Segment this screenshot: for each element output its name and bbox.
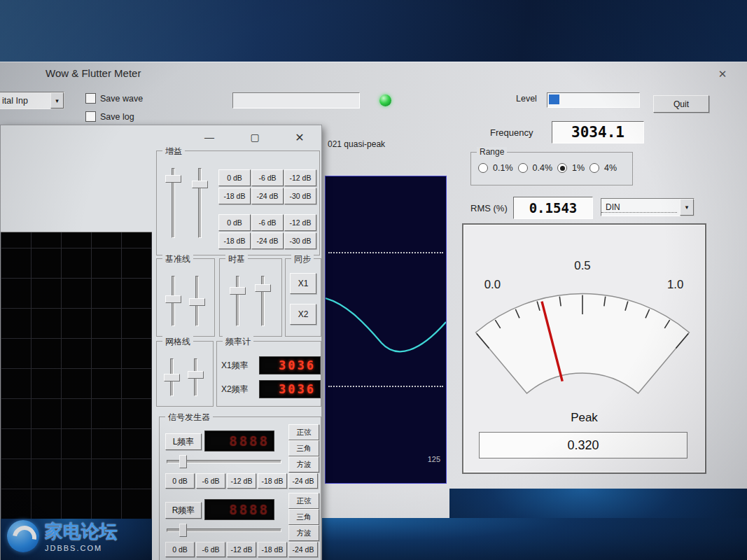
control-panel-window: — ▢ ✕ 增益 0 dB -6 dB -12 dB -18 dB -24 dB… [0, 125, 322, 560]
save-log-label: Save log [100, 112, 134, 122]
scope-corner-value: 125 [428, 455, 440, 463]
db-button[interactable]: -18 dB [258, 473, 287, 489]
gain-db-button[interactable]: 0 dB [218, 169, 251, 186]
level-meter [547, 92, 640, 108]
gain-db-button[interactable]: -12 dB [284, 214, 316, 231]
slider-thumb[interactable] [164, 374, 180, 382]
wave-square-button[interactable]: 方波 [288, 525, 319, 541]
save-wave-row: Save wave [85, 93, 143, 104]
meter-scale-left: 0.0 [484, 278, 501, 291]
range-radio-0.1[interactable] [478, 163, 488, 173]
weighting-select[interactable]: DIN ▾ [601, 198, 694, 216]
range-radio-4[interactable] [589, 163, 599, 173]
status-field[interactable] [232, 92, 360, 108]
slider-thumb[interactable] [165, 295, 181, 303]
peak-value-box: 0.320 [479, 432, 687, 458]
timebase-slider-2[interactable] [255, 274, 270, 328]
r-freq-button[interactable]: R频率 [165, 502, 202, 519]
quit-button[interactable]: Quit [653, 95, 709, 113]
db-button[interactable]: 0 dB [165, 542, 195, 557]
wave-triangle-button[interactable]: 三角 [288, 509, 319, 525]
sync-x1-button[interactable]: X1 [290, 273, 316, 294]
db-button[interactable]: -24 dB [288, 473, 318, 489]
gridlines-slider-1[interactable] [164, 357, 179, 398]
gain-db-button[interactable]: 0 dB [218, 214, 251, 231]
gain-db-button[interactable]: -6 dB [251, 169, 284, 186]
rms-label: RMS (%) [470, 203, 508, 214]
r-level-slider[interactable] [165, 524, 283, 536]
window-title: Wow & Flutter Meter [46, 67, 141, 79]
db-button[interactable]: -24 dB [288, 542, 318, 557]
save-wave-label: Save wave [100, 94, 143, 104]
wave-sine-button[interactable]: 正弦 [288, 424, 319, 440]
slider-track[interactable] [198, 168, 202, 238]
scope-wave [326, 176, 446, 483]
slider-thumb[interactable] [179, 455, 187, 468]
slider-thumb[interactable] [192, 181, 208, 188]
db-button[interactable]: -12 dB [227, 542, 256, 557]
meter-scale-right: 1.0 [667, 278, 683, 291]
db-button[interactable]: -6 dB [196, 473, 225, 489]
range-radio-4-label: 4% [604, 163, 617, 173]
db-button[interactable]: -6 dB [196, 542, 225, 557]
minimize-button[interactable]: — [199, 129, 220, 146]
maximize-button[interactable]: ▢ [244, 129, 265, 146]
slider-thumb[interactable] [255, 284, 271, 292]
wave-sine-button[interactable]: 正弦 [288, 493, 319, 509]
gain-db-button[interactable]: -18 dB [218, 232, 251, 249]
frequency-display: 3034.1 [552, 121, 644, 144]
scope-window: 021 quasi-peak 125 [323, 136, 448, 486]
r-db-row: 0 dB -6 dB -12 dB -18 dB -24 dB [165, 542, 318, 557]
watermark-logo-icon [7, 520, 39, 552]
gain-db-button[interactable]: -24 dB [251, 188, 284, 204]
gain-db-button[interactable]: -30 dB [284, 188, 316, 204]
l-freq-led: 8888 [204, 430, 274, 451]
baseline-slider-2[interactable] [189, 274, 204, 328]
range-radio-1-label: 1% [572, 163, 585, 173]
gain-db-button[interactable]: -6 dB [251, 214, 284, 231]
gridlines-group-label: 网格线 [162, 336, 193, 348]
wave-square-button[interactable]: 方波 [288, 456, 319, 472]
x1-freq-led: 3036 [259, 356, 321, 374]
wave-triangle-button[interactable]: 三角 [288, 440, 319, 456]
save-log-row: Save log [85, 111, 134, 122]
gain-group-label: 增益 [162, 146, 185, 158]
siggen-group-label: 信号发生器 [165, 412, 213, 424]
slider-thumb[interactable] [189, 298, 205, 306]
siggen-group: 信号发生器 L频率 8888 正弦 三角 方波 0 dB -6 dB -12 d… [159, 416, 321, 560]
watermark-domain: JDBBS.COM [45, 544, 118, 552]
slider-thumb[interactable] [230, 287, 246, 295]
gridlines-slider-2[interactable] [188, 357, 203, 398]
range-radio-0.4-label: 0.4% [533, 163, 553, 173]
gain-db-button[interactable]: -30 dB [284, 232, 316, 249]
l-level-slider[interactable] [165, 455, 283, 468]
save-wave-checkbox[interactable] [85, 93, 96, 104]
gain-slider-1[interactable] [165, 167, 181, 239]
input-source-select[interactable]: ital Inp ▾ [0, 92, 64, 109]
baseline-slider-1[interactable] [165, 274, 181, 328]
slider-track[interactable] [261, 276, 265, 326]
gain-db-button[interactable]: -12 dB [284, 169, 316, 186]
db-button[interactable]: -18 dB [258, 542, 287, 557]
range-radio-0.4[interactable] [518, 163, 528, 173]
slider-track[interactable] [236, 276, 239, 326]
sync-x2-button[interactable]: X2 [290, 304, 316, 325]
window-close-icon[interactable]: ✕ [713, 66, 732, 82]
gain-db-button[interactable]: -18 dB [218, 188, 251, 204]
db-button[interactable]: 0 dB [165, 473, 195, 489]
slider-thumb[interactable] [179, 524, 187, 537]
rms-display: 0.1543 [513, 197, 593, 219]
range-radio-1[interactable] [557, 163, 567, 173]
close-button[interactable]: ✕ [289, 129, 310, 146]
l-freq-button[interactable]: L频率 [165, 433, 202, 450]
gain-db-button[interactable]: -24 dB [251, 232, 284, 249]
slider-thumb[interactable] [188, 371, 204, 379]
db-button[interactable]: -12 dB [227, 473, 256, 489]
grid-display [1, 232, 152, 519]
gain-slider-2[interactable] [192, 167, 207, 239]
timebase-slider-1[interactable] [230, 274, 245, 328]
range-group: Range 0.1% 0.4% 1% 4% [470, 152, 633, 186]
slider-thumb[interactable] [165, 175, 181, 183]
save-log-checkbox[interactable] [85, 111, 96, 122]
baseline-group-label: 基准线 [162, 253, 193, 265]
